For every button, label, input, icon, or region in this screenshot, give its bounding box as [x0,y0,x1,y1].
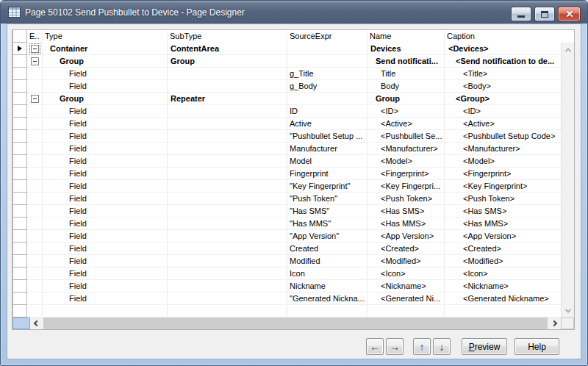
cell-source[interactable] [287,43,368,55]
cell-name[interactable]: Group [368,93,445,105]
cell-caption[interactable]: <Active> [445,118,562,130]
cell-source[interactable]: Icon [287,268,368,280]
cell-name[interactable]: <Model> [368,155,445,168]
cell-caption[interactable]: <Push Token> [445,193,562,205]
cell-caption[interactable]: <Devices> [445,43,562,55]
row-selector[interactable] [12,293,27,305]
cell-type[interactable]: Field [43,118,168,130]
cell-type[interactable]: Field [43,280,168,293]
cell-type[interactable]: Field [43,155,168,168]
grid-row[interactable]: GroupRepeaterGroup<Group> [12,93,562,105]
cell-source[interactable]: g_Body [287,80,368,93]
grid-row[interactable]: Fieldg_TitleTitle<Title> [12,68,562,80]
cell-caption[interactable]: <Model> [445,155,562,168]
cell-subtype[interactable] [168,280,287,293]
cell-subtype[interactable] [168,130,287,143]
grid-row[interactable]: Field"Generated Nickna...<Generated Ni..… [12,293,562,305]
row-selector[interactable] [12,93,27,105]
cell-caption[interactable]: <Group> [445,93,562,105]
minimize-button[interactable] [511,7,531,21]
cell-type[interactable] [43,305,168,317]
cell-type[interactable]: Field [43,80,168,93]
grid-row[interactable]: FieldNickname<Nickname><Nickname> [12,280,562,293]
cell-source[interactable]: "Has SMS" [287,205,368,218]
cell-subtype[interactable]: Group [168,55,287,68]
row-selector[interactable] [12,305,27,317]
grid-row[interactable]: Field"Has SMS"<Has SMS><Has SMS> [12,205,562,218]
grid-row[interactable]: FieldModified<Modified><Modified> [12,255,562,268]
cell-type[interactable]: Field [43,255,168,268]
cell-subtype[interactable] [168,255,287,268]
scroll-right-button[interactable] [548,317,561,329]
cell-caption[interactable]: <Nickname> [445,280,562,293]
cell-type[interactable]: Field [43,180,168,193]
row-selector[interactable] [12,243,27,255]
cell-name[interactable]: Devices [368,43,445,55]
row-selector[interactable] [12,230,27,243]
row-selector[interactable] [12,68,27,80]
scroll-left-button[interactable] [30,317,43,329]
grid-row[interactable]: Field"Pushbullet Setup ...<Pushbullet Se… [12,130,562,143]
cell-type[interactable]: Container [43,43,168,55]
cell-name[interactable]: <Manufacturer> [368,143,445,155]
cell-type[interactable]: Field [43,218,168,230]
cell-caption[interactable]: <App Version> [445,230,562,243]
cell-source[interactable]: ID [287,105,368,118]
cell-source[interactable]: g_Title [287,68,368,80]
cell-caption[interactable]: <Icon> [445,268,562,280]
row-selector[interactable] [12,168,27,180]
cell-source[interactable]: Manufacturer [287,143,368,155]
cell-source[interactable]: Active [287,118,368,130]
cell-subtype[interactable] [168,230,287,243]
cell-subtype[interactable] [168,205,287,218]
cell-name[interactable]: Send notificati... [368,55,445,68]
cell-name[interactable]: <Nickname> [368,280,445,293]
preview-button[interactable]: Preview [462,338,507,355]
grid-row[interactable]: Field"Key Fingerprint"<Key Fingerpri...<… [12,180,562,193]
cell-subtype[interactable]: ContentArea [168,43,287,55]
cell-source[interactable]: Fingerprint [287,168,368,180]
cell-name[interactable]: <Has MMS> [368,218,445,230]
row-selector[interactable] [12,55,27,68]
cell-source[interactable]: Modified [287,255,368,268]
cell-name[interactable]: <Modified> [368,255,445,268]
row-selector[interactable] [12,255,27,268]
row-selector[interactable] [12,118,27,130]
collapse-minus-icon[interactable] [31,95,39,103]
grid-row[interactable]: Field"App Version"<App Version><App Vers… [12,230,562,243]
grid-row[interactable]: FieldID<ID><ID> [12,105,562,118]
grid-row[interactable] [12,305,562,317]
cell-caption[interactable]: <Title> [445,68,562,80]
cell-subtype[interactable] [168,68,287,80]
scroll-up-button[interactable] [562,44,574,55]
cell-name[interactable]: <Fingerprint> [368,168,445,180]
cell-caption[interactable]: <Fingerprint> [445,168,562,180]
cell-subtype[interactable] [168,143,287,155]
move-up-button[interactable]: ↑ [413,338,431,355]
horizontal-scrollbar[interactable] [12,317,574,329]
cell-name[interactable]: <Created> [368,243,445,255]
cell-source[interactable] [287,93,368,105]
scroll-down-button[interactable] [562,305,574,316]
close-button[interactable] [558,7,581,21]
cell-type[interactable]: Field [43,205,168,218]
grid-row[interactable]: FieldActive<Active><Active> [12,118,562,130]
cell-source[interactable]: "Push Token" [287,193,368,205]
cell-type[interactable]: Group [43,93,168,105]
cell-name[interactable]: <Push Token> [368,193,445,205]
cell-caption[interactable]: <Has MMS> [445,218,562,230]
grid-row[interactable]: ContainerContentAreaDevices<Devices> [12,43,562,55]
cell-caption[interactable]: <Pushbullet Setup Code> [445,130,562,143]
cell-subtype[interactable] [168,168,287,180]
cell-subtype[interactable] [168,80,287,93]
collapse-minus-icon[interactable] [31,57,39,65]
cell-source[interactable]: Created [287,243,368,255]
grid-row[interactable]: Field"Has MMS"<Has MMS><Has MMS> [12,218,562,230]
grid-row[interactable]: Field"Push Token"<Push Token><Push Token… [12,193,562,205]
cell-type[interactable]: Field [43,143,168,155]
cell-name[interactable]: <App Version> [368,230,445,243]
cell-caption[interactable]: <ID> [445,105,562,118]
cell-subtype[interactable] [168,293,287,305]
cell-name[interactable]: <Key Fingerpri... [368,180,445,193]
cell-subtype[interactable] [168,218,287,230]
